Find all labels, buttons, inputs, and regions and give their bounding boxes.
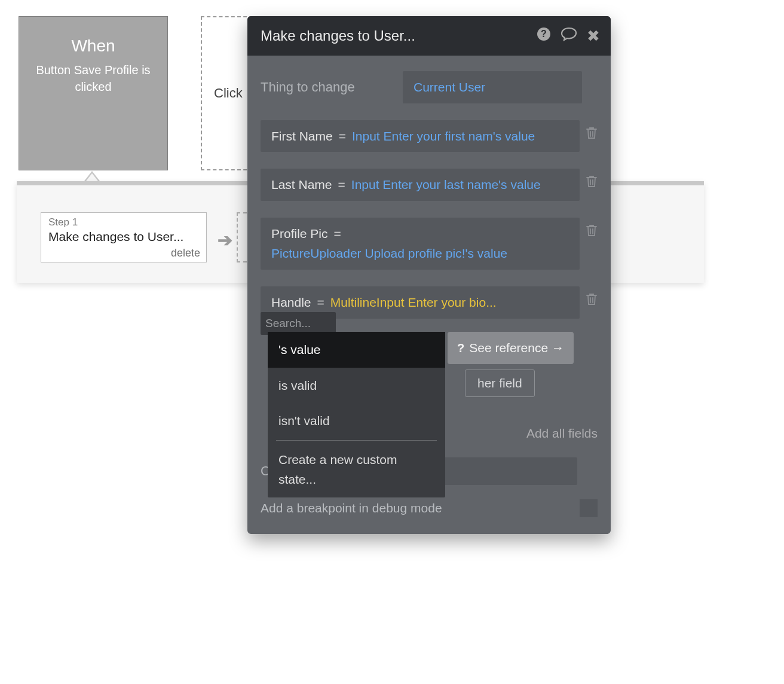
delete-step-link[interactable]: delete bbox=[171, 247, 200, 259]
field-name-label: Profile Pic bbox=[271, 224, 328, 244]
field-value-expression[interactable]: MultilineInput Enter your bio... bbox=[330, 292, 497, 313]
step-title: Make changes to User... bbox=[48, 230, 199, 244]
arrow-right-icon: ➔ bbox=[218, 230, 232, 251]
equals-sign: = bbox=[317, 292, 324, 313]
step-number-label: Step 1 bbox=[48, 216, 199, 228]
equals-sign: = bbox=[338, 175, 345, 195]
field-row-first-name: First Name = Input Enter your first nam'… bbox=[261, 120, 598, 152]
field-value-expression[interactable]: Input Enter your last name's value bbox=[351, 175, 541, 195]
help-icon[interactable]: ? bbox=[537, 27, 551, 45]
dropdown-item[interactable]: is valid bbox=[268, 368, 445, 404]
field-expression[interactable]: Profile Pic = PictureUploader Upload pro… bbox=[261, 218, 580, 270]
field-name-label: Handle bbox=[271, 292, 311, 313]
field-row-profile-pic: Profile Pic = PictureUploader Upload pro… bbox=[261, 218, 598, 270]
equals-sign: = bbox=[334, 224, 341, 244]
dropdown-create-state[interactable]: Create a new custom state... bbox=[268, 442, 445, 497]
breakpoint-checkbox[interactable] bbox=[580, 499, 598, 517]
equals-sign: = bbox=[339, 126, 346, 146]
dropdown-item[interactable]: 's value bbox=[268, 332, 445, 368]
svg-text:?: ? bbox=[541, 29, 547, 39]
when-title: When bbox=[71, 36, 115, 56]
thing-to-change-value[interactable]: Current User bbox=[403, 71, 582, 103]
trash-icon[interactable] bbox=[586, 126, 598, 143]
dropdown-divider bbox=[276, 440, 437, 441]
close-icon[interactable]: ✖ bbox=[587, 27, 600, 45]
thing-to-change-row: Thing to change Current User bbox=[261, 71, 598, 103]
action-editor-modal: Make changes to User... ? ✖ Thing to cha… bbox=[247, 16, 611, 534]
add-all-fields-link[interactable]: Add all fields bbox=[526, 426, 598, 441]
question-icon: ? bbox=[457, 338, 464, 358]
comment-icon[interactable] bbox=[561, 27, 577, 45]
change-another-field-button[interactable]: her field bbox=[465, 370, 535, 397]
connector-arrow-icon bbox=[84, 171, 100, 182]
trash-icon[interactable] bbox=[586, 175, 598, 191]
trash-icon[interactable] bbox=[586, 292, 598, 309]
thing-to-change-label: Thing to change bbox=[261, 80, 403, 95]
thing-to-change-expression: Current User bbox=[414, 77, 485, 97]
search-placeholder: Search... bbox=[265, 317, 311, 329]
dropdown-item[interactable]: isn't valid bbox=[268, 403, 445, 439]
field-row-handle: Handle = MultilineInput Enter your bio..… bbox=[261, 286, 598, 319]
workflow-event-card[interactable]: When Button Save Profile is clicked bbox=[19, 16, 168, 170]
click-label: Click bbox=[214, 86, 243, 101]
field-value-expression[interactable]: PictureUploader Upload profile pic!'s va… bbox=[271, 243, 507, 264]
breakpoint-label: Add a breakpoint in debug mode bbox=[261, 501, 442, 515]
field-row-last-name: Last Name = Input Enter your last name's… bbox=[261, 169, 598, 201]
field-expression[interactable]: Last Name = Input Enter your last name's… bbox=[261, 169, 580, 201]
field-value-expression[interactable]: Input Enter your first nam's value bbox=[352, 126, 535, 146]
trash-icon[interactable] bbox=[586, 224, 598, 240]
field-name-label: Last Name bbox=[271, 175, 332, 195]
field-name-label: First Name bbox=[271, 126, 333, 146]
see-reference-label: See reference → bbox=[469, 338, 564, 358]
modal-title: Make changes to User... bbox=[261, 28, 537, 44]
action-step-card[interactable]: Step 1 Make changes to User... delete bbox=[41, 212, 207, 262]
expression-dropdown: 's value is valid isn't valid Create a n… bbox=[268, 332, 445, 497]
see-reference-tooltip[interactable]: ? See reference → bbox=[448, 332, 574, 364]
when-description: Button Save Profile is clicked bbox=[19, 62, 167, 95]
field-expression[interactable]: Handle = MultilineInput Enter your bio..… bbox=[261, 286, 580, 319]
modal-header[interactable]: Make changes to User... ? ✖ bbox=[247, 16, 611, 56]
field-expression[interactable]: First Name = Input Enter your first nam'… bbox=[261, 120, 580, 152]
breakpoint-row: Add a breakpoint in debug mode bbox=[261, 499, 598, 517]
